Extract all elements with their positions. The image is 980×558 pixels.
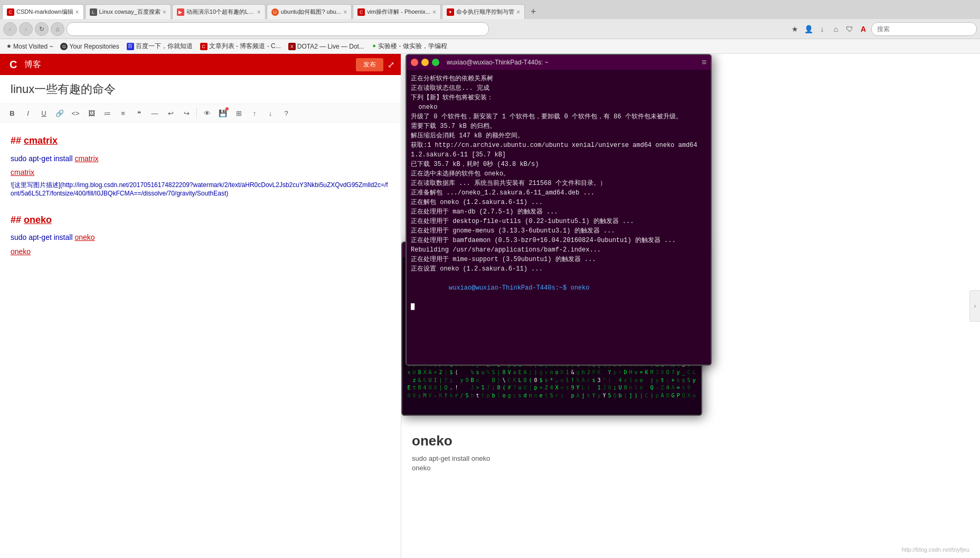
back-button[interactable]: ‹ xyxy=(3,22,17,36)
save-button[interactable]: 💾 xyxy=(216,106,230,120)
term-line-12: 正在解包 oneko (1.2.sakura.6-11) ... xyxy=(411,198,706,207)
bookmark-star-icon[interactable]: ★ xyxy=(789,23,800,35)
article-title-area: linux一些有趣的命令 xyxy=(0,75,401,104)
tab-favicon-vim: C xyxy=(357,8,365,16)
quote-button[interactable]: ❝ xyxy=(132,106,146,120)
shield-icon[interactable]: 🛡 xyxy=(844,23,855,35)
term-line-6: 解压缩后会消耗 147 kB 的额外空间。 xyxy=(411,131,706,141)
tab-vim[interactable]: C vim操作详解 - Phoenix... × xyxy=(353,4,441,19)
editor-header: C 博客 发布 ⤢ xyxy=(0,54,401,75)
terminal-cursor: █ xyxy=(411,302,706,312)
editor-toolbar: B I U 🔗 <> 🖼 ≔ ≡ ❝ — ↩ ↪ 👁 💾 ⊞ ↑ ↓ ? xyxy=(0,104,401,123)
terminal-close-button[interactable] xyxy=(411,59,418,66)
bookmark-baidu[interactable]: 百 百度一下，你就知道 xyxy=(125,41,195,52)
bookmark-most-visited[interactable]: ★ Most Visited ~ xyxy=(4,42,55,51)
tab-favicon-ubuntu: U xyxy=(271,8,279,16)
url-input[interactable]: write.blog.csdn.net/mdeditor xyxy=(67,22,489,36)
tab-close-vim[interactable]: × xyxy=(432,8,436,16)
image-button[interactable]: 🖼 xyxy=(84,106,98,120)
collapse-button[interactable]: › xyxy=(969,290,980,322)
tab-cmd[interactable]: ✦ 命令执行顺序控制与管 × xyxy=(442,4,525,19)
terminal-max-button[interactable] xyxy=(432,59,439,66)
tab-csdn-md[interactable]: C CSDN-markdown编辑 × xyxy=(2,4,84,19)
oneko-heading: ## oneko xyxy=(11,212,390,228)
tab-ubuntu[interactable]: U ubuntu如何截图? ubu... × xyxy=(267,4,352,19)
tab-bar: C CSDN-markdown编辑 × L Linux cowsay_百度搜索 … xyxy=(0,0,980,19)
prompt-text: wuxiao@wuxiao-ThinkPad-T440s:~$ oneko xyxy=(449,284,589,292)
section-oneko: ## oneko sudo apt-get install oneko onek… xyxy=(11,212,390,258)
baidu-icon: 百 xyxy=(127,43,134,50)
sudo-label-1: sudo apt-get install xyxy=(11,154,74,163)
blog-oneko-sudo: sudo apt-get install oneko xyxy=(412,454,969,462)
bookmark-lab[interactable]: ✦ 实验楼 - 做实验，学编程 xyxy=(370,41,449,52)
term-line-3: oneko xyxy=(411,103,706,112)
tab-label-cmd: 命令执行顺序控制与管 xyxy=(456,8,514,16)
terminal-min-button[interactable] xyxy=(421,59,429,66)
download-toolbar-button[interactable]: ↓ xyxy=(263,106,277,120)
red-icon[interactable]: A xyxy=(858,23,869,35)
preview-button[interactable]: 👁 xyxy=(200,106,214,120)
download-icon[interactable]: ↓ xyxy=(816,23,828,35)
bookmark-dota2[interactable]: X DOTA2 — Live — Dot... xyxy=(286,42,366,51)
tab-label-anim: 动画演示10个超有趣的Lin... xyxy=(186,8,255,16)
underline-button[interactable]: U xyxy=(37,106,51,120)
ul-button[interactable]: ≡ xyxy=(116,106,130,120)
publish-button[interactable]: 发布 xyxy=(356,58,383,71)
tab-anim[interactable]: ▶ 动画演示10个超有趣的Lin... × xyxy=(172,4,266,19)
italic-button[interactable]: I xyxy=(21,106,35,120)
bookmark-label-repositories: Your Repositories xyxy=(69,43,119,50)
code-button[interactable]: <> xyxy=(69,106,82,120)
oneko-cmd: sudo apt-get install oneko xyxy=(11,231,390,243)
term-line-7: 获取:1 http://cn.archive.ubuntu.com/ubuntu… xyxy=(411,141,706,160)
terminal-menu-icon[interactable]: ≡ xyxy=(702,58,706,67)
terminal-titlebar: wuxiao@wuxiao-ThinkPad-T440s: ~ ≡ xyxy=(407,55,711,70)
upload-button[interactable]: ↑ xyxy=(248,106,261,120)
editor-title: 博客 xyxy=(24,59,41,70)
tab-close-anim[interactable]: × xyxy=(257,8,261,16)
undo-button[interactable]: ↩ xyxy=(164,106,177,120)
tab-favicon-anim: ▶ xyxy=(177,8,184,16)
hr-button[interactable]: — xyxy=(148,106,162,120)
bookmark-repositories[interactable]: G Your Repositories xyxy=(58,42,121,51)
bookmark-label-most-visited: Most Visited ~ xyxy=(13,43,53,50)
expand-icon[interactable]: ⤢ xyxy=(388,60,394,70)
toolbar-separator xyxy=(196,108,197,118)
help-button[interactable]: ? xyxy=(279,106,293,120)
article-title[interactable]: linux一些有趣的命令 xyxy=(11,81,390,97)
bookmark-label-lab: 实验楼 - 做实验，学编程 xyxy=(378,42,447,51)
tab-close-ubuntu[interactable]: × xyxy=(343,8,347,16)
tab-close-csdn[interactable]: × xyxy=(76,8,79,16)
table-button[interactable]: ⊞ xyxy=(232,106,246,120)
editor-header-right: 发布 ⤢ xyxy=(356,58,394,71)
redo-button[interactable]: ↪ xyxy=(180,106,193,120)
browser-chrome: C CSDN-markdown编辑 × L Linux cowsay_百度搜索 … xyxy=(0,0,980,54)
cmatrix-name: cmatrix xyxy=(24,135,58,146)
term-line-0: 正在分析软件包的依赖关系树 xyxy=(411,74,706,83)
term-line-5: 需要下载 35.7 kB 的归档。 xyxy=(411,122,706,131)
new-tab-button[interactable]: + xyxy=(526,4,541,19)
tab-cowsay[interactable]: L Linux cowsay_百度搜索 × xyxy=(85,4,171,19)
tab-label-cowsay: Linux cowsay_百度搜索 xyxy=(99,8,161,16)
bookmark-label-csdn: 文章列表 - 博客频道 - C... xyxy=(209,42,281,51)
most-visited-icon: ★ xyxy=(6,43,12,50)
bold-button[interactable]: B xyxy=(5,106,19,120)
cmatrix-result: cmatrix xyxy=(11,166,390,178)
tab-close-cmd[interactable]: × xyxy=(516,8,520,16)
link-button[interactable]: 🔗 xyxy=(53,106,67,120)
reload-button[interactable]: ↻ xyxy=(35,22,49,36)
forward-button[interactable]: › xyxy=(19,22,33,36)
heading-hashes-1: ## xyxy=(11,135,21,146)
ol-button[interactable]: ≔ xyxy=(100,106,114,120)
home-button[interactable]: ⌂ xyxy=(51,22,64,36)
term-line-9: 正在选中未选择的软件包 oneko。 xyxy=(411,169,706,179)
term-line-1: 正在读取状态信息... 完成 xyxy=(411,83,706,93)
github-icon: G xyxy=(60,43,68,50)
tab-close-cowsay[interactable]: × xyxy=(163,8,166,16)
home-nav-icon[interactable]: ⌂ xyxy=(830,23,842,35)
search-input[interactable] xyxy=(871,22,977,36)
term-line-14: 正在处理用于 desktop-file-utils (0.22-1ubuntu5… xyxy=(411,217,706,226)
user-icon[interactable]: 👤 xyxy=(803,23,814,35)
tab-label-csdn: CSDN-markdown编辑 xyxy=(16,8,73,16)
bookmark-csdn[interactable]: C 文章列表 - 博客频道 - C... xyxy=(198,41,283,52)
lab-icon: ✦ xyxy=(372,43,376,50)
